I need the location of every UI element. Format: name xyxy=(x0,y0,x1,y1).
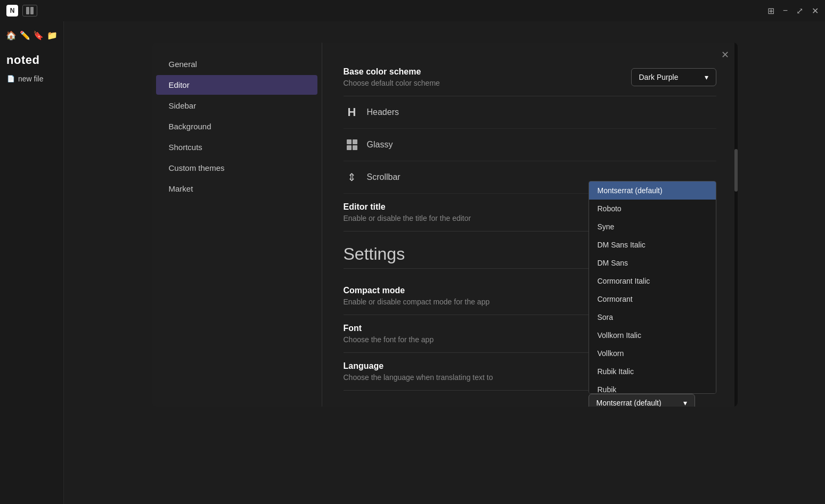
maximize-button[interactable]: ⤢ xyxy=(796,6,803,16)
title-bar-left: N xyxy=(6,5,37,16)
font-trigger-label: Montserrat (default) xyxy=(597,399,661,407)
settings-menu-item-general[interactable]: General xyxy=(156,54,317,74)
compact-mode-info: Compact mode Enable or disable compact m… xyxy=(344,286,490,306)
settings-modal: ✕ General Editor Sidebar Background Shor… xyxy=(152,43,738,407)
glassy-feature-row: Glassy xyxy=(344,129,716,161)
headers-label: Headers xyxy=(367,108,399,117)
title-bar-controls: ⊞ − ⤢ ✕ xyxy=(767,6,819,16)
modal-close-button[interactable]: ✕ xyxy=(721,49,729,61)
editor-title-title: Editor title xyxy=(344,202,471,212)
font-title: Font xyxy=(344,324,434,333)
font-option[interactable]: Roboto xyxy=(589,200,716,218)
color-scheme-value: Dark Purple xyxy=(639,73,679,81)
close-button[interactable]: ✕ xyxy=(812,6,819,16)
settings-menu-item-editor[interactable]: Editor xyxy=(156,75,317,95)
bookmark-icon[interactable]: 🔖 xyxy=(32,28,46,43)
language-title: Language xyxy=(344,361,493,371)
base-color-scheme-info: Base color scheme Choose default color s… xyxy=(344,67,440,87)
font-option[interactable]: Cormorant xyxy=(589,290,716,308)
editor-title-desc: Enable or disable the title for the edit… xyxy=(344,214,471,222)
title-bar: N ⊞ − ⤢ ✕ xyxy=(0,0,825,21)
font-option[interactable]: DM Sans Italic xyxy=(589,236,716,254)
font-option[interactable]: Rubik xyxy=(589,381,716,394)
editor-title-info: Editor title Enable or disable the title… xyxy=(344,202,471,222)
new-file-label: new file xyxy=(18,75,43,83)
language-desc: Choose the language when translating tex… xyxy=(344,373,493,382)
headers-icon: H xyxy=(344,104,361,121)
glassy-icon xyxy=(344,136,361,153)
svg-rect-2 xyxy=(347,139,352,144)
settings-menu-item-market[interactable]: Market xyxy=(156,179,317,199)
modal-scrollbar-thumb[interactable] xyxy=(734,149,738,192)
base-color-scheme-desc: Choose default color scheme xyxy=(344,79,440,87)
compact-mode-title: Compact mode xyxy=(344,286,490,295)
modal-scrollbar-track xyxy=(734,43,738,407)
scrollbar-icon: ⇕ xyxy=(344,169,361,186)
settings-sidebar: General Editor Sidebar Background Shortc… xyxy=(152,43,322,407)
minimize-button[interactable]: − xyxy=(783,6,788,15)
svg-rect-1 xyxy=(30,7,34,14)
headers-feature-row: H Headers xyxy=(344,96,716,129)
font-option[interactable]: DM Sans xyxy=(589,254,716,272)
base-color-scheme-title: Base color scheme xyxy=(344,67,440,77)
scrollbar-label: Scrollbar xyxy=(367,172,401,182)
layout-icon[interactable] xyxy=(22,5,37,16)
compact-mode-desc: Enable or disable compact mode for the a… xyxy=(344,298,490,306)
settings-menu-item-sidebar[interactable]: Sidebar xyxy=(156,96,317,115)
svg-rect-3 xyxy=(353,139,357,144)
home-icon[interactable]: 🏠 xyxy=(4,28,18,43)
main-area: ✕ General Editor Sidebar Background Shor… xyxy=(64,21,825,504)
font-dropdown-trigger[interactable]: Montserrat (default) ▾ xyxy=(589,394,695,407)
new-file-icon: 📄 xyxy=(6,75,15,83)
app-layout: 🏠 ✏️ 🔖 📁 noted 📄 new file ✕ General Edit… xyxy=(0,21,825,504)
font-option[interactable]: Syne xyxy=(589,218,716,236)
settings-menu-item-shortcuts[interactable]: Shortcuts xyxy=(156,137,317,157)
font-dropdown-container: Montserrat (default)RobotoSyneDM Sans It… xyxy=(589,181,716,407)
svg-rect-4 xyxy=(347,145,352,150)
font-info: Font Choose the font for the app xyxy=(344,324,434,344)
folder-icon[interactable]: 📁 xyxy=(45,28,59,43)
app-logo-icon: N xyxy=(6,5,18,16)
settings-menu-item-custom-themes[interactable]: Custom themes xyxy=(156,158,317,178)
new-file-item[interactable]: 📄 new file xyxy=(0,71,63,86)
font-desc: Choose the font for the app xyxy=(344,335,434,344)
font-option[interactable]: Montserrat (default) xyxy=(589,181,716,200)
glassy-label: Glassy xyxy=(367,140,393,150)
font-option[interactable]: Vollkorn xyxy=(589,344,716,362)
nav-sidebar: 🏠 ✏️ 🔖 📁 noted 📄 new file xyxy=(0,21,64,504)
settings-menu-item-background[interactable]: Background xyxy=(156,117,317,136)
font-option[interactable]: Rubik Italic xyxy=(589,362,716,381)
edit-icon[interactable]: ✏️ xyxy=(18,28,32,43)
color-scheme-dropdown[interactable]: Dark Purple ▾ xyxy=(631,68,716,86)
modal-overlay: ✕ General Editor Sidebar Background Shor… xyxy=(64,21,825,504)
grid-icon[interactable]: ⊞ xyxy=(767,6,774,16)
app-name: noted xyxy=(0,49,63,71)
base-color-scheme-row: Base color scheme Choose default color s… xyxy=(344,59,716,96)
font-option[interactable]: Sora xyxy=(589,308,716,326)
font-option[interactable]: Vollkorn Italic xyxy=(589,326,716,344)
svg-rect-5 xyxy=(353,145,357,150)
language-info: Language Choose the language when transl… xyxy=(344,361,493,382)
font-dropdown-list: Montserrat (default)RobotoSyneDM Sans It… xyxy=(589,181,716,394)
chevron-down-icon-font: ▾ xyxy=(683,399,687,407)
chevron-down-icon: ▾ xyxy=(705,73,708,81)
nav-icons-row: 🏠 ✏️ 🔖 📁 xyxy=(0,26,63,49)
font-option[interactable]: Cormorant Italic xyxy=(589,272,716,290)
svg-rect-0 xyxy=(26,7,29,14)
